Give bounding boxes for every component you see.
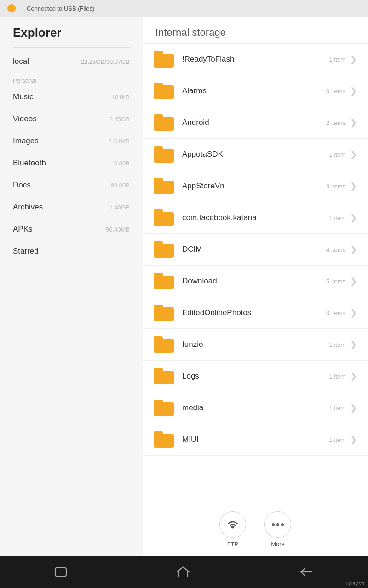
folder-item[interactable]: AppStoreVn 3 items ❯ <box>143 170 368 202</box>
sidebar-item-images[interactable]: Images 1.61MB <box>0 130 143 152</box>
folder-icon <box>154 368 174 384</box>
folder-name: AppotaSDK <box>182 150 329 159</box>
folder-icon <box>154 178 174 194</box>
folder-count: 2 items <box>326 119 345 126</box>
folder-item[interactable]: Android 2 items ❯ <box>143 107 368 139</box>
sidebar: Explorer local 22.25GB/30.07GB Personal … <box>0 17 143 556</box>
usb-icon <box>7 4 16 12</box>
nav-bar: 5giay.vn <box>0 556 368 588</box>
folder-count: 1 item <box>329 405 345 412</box>
folder-icon <box>154 431 174 448</box>
chevron-right-icon: ❯ <box>350 339 357 350</box>
more-label: More <box>271 541 285 548</box>
personal-section-label: Personal <box>0 74 143 86</box>
folder-item[interactable]: AppotaSDK 1 item ❯ <box>143 139 368 170</box>
folder-name: media <box>182 403 329 413</box>
sidebar-item-apks[interactable]: APKs 96.40MB <box>0 218 143 240</box>
folder-item[interactable]: DCIM 4 items ❯ <box>143 234 368 266</box>
chevron-right-icon: ❯ <box>350 213 357 223</box>
sidebar-divider <box>13 47 130 48</box>
chevron-right-icon: ❯ <box>350 86 357 96</box>
folder-name: Download <box>182 277 326 286</box>
folder-name: com.facebook.katana <box>182 213 329 222</box>
folder-count: 1 item <box>329 436 345 443</box>
back-icon <box>299 567 314 577</box>
folder-item[interactable]: Logs 1 item ❯ <box>143 361 368 392</box>
folder-icon <box>154 400 174 416</box>
sidebar-item-docs[interactable]: Docs 89.00B <box>0 174 143 196</box>
folder-name: Android <box>182 118 326 127</box>
folder-count: 1 item <box>329 215 345 221</box>
sidebar-item-starred[interactable]: Starred <box>0 240 143 262</box>
chevron-right-icon: ❯ <box>350 118 357 128</box>
ftp-label: FTP <box>227 541 239 548</box>
chevron-right-icon: ❯ <box>350 149 357 159</box>
sidebar-local-size: 22.25GB/30.07GB <box>81 58 130 65</box>
folder-item[interactable]: MIUI 1 item ❯ <box>143 424 368 456</box>
chevron-right-icon: ❯ <box>350 308 357 318</box>
more-circle <box>264 511 291 538</box>
panel-header: Internal storage <box>143 17 368 44</box>
folder-icon <box>154 305 174 321</box>
dot2 <box>276 523 279 526</box>
chevron-right-icon: ❯ <box>350 54 357 64</box>
folder-item[interactable]: Alarms 0 items ❯ <box>143 75 368 107</box>
chevron-right-icon: ❯ <box>350 403 357 413</box>
sidebar-item-videos[interactable]: Videos 2.45GB <box>0 108 143 130</box>
folder-item[interactable]: EditedOnlinePhotos 0 items ❯ <box>143 297 368 329</box>
home-button[interactable] <box>176 566 190 578</box>
more-button[interactable]: More <box>264 511 291 548</box>
chevron-right-icon: ❯ <box>350 435 357 445</box>
panel-title: Internal storage <box>155 27 226 38</box>
folder-item[interactable]: !ReadyToFlash 1 item ❯ <box>143 44 368 75</box>
more-dots-icon <box>272 523 284 526</box>
folder-count: 0 items <box>326 88 345 95</box>
folder-count: 3 items <box>326 183 345 190</box>
sidebar-title: Explorer <box>0 17 143 45</box>
dot1 <box>272 523 275 526</box>
dot3 <box>281 523 284 526</box>
chevron-right-icon: ❯ <box>350 371 357 381</box>
right-panel: Internal storage !ReadyToFlash 1 item ❯ … <box>143 17 368 556</box>
folder-count: 1 item <box>329 56 345 63</box>
ftp-circle <box>219 511 246 538</box>
folder-icon <box>154 209 174 226</box>
folder-item[interactable]: media 1 item ❯ <box>143 392 368 424</box>
sidebar-local-label: local <box>13 57 29 66</box>
folder-count: 1 item <box>329 373 345 380</box>
folder-count: 4 items <box>326 246 345 253</box>
folder-icon <box>154 336 174 353</box>
back-button[interactable] <box>299 567 314 577</box>
sidebar-item-archives[interactable]: Archives 1.40GB <box>0 196 143 218</box>
folder-name: DCIM <box>182 245 326 254</box>
folder-name: !ReadyToFlash <box>182 55 329 64</box>
folder-name: Alarms <box>182 86 326 96</box>
folder-name: Logs <box>182 372 329 381</box>
folder-count: 1 item <box>329 341 345 348</box>
recents-button[interactable] <box>54 567 67 577</box>
folder-name: funzio <box>182 340 329 349</box>
sidebar-local-row[interactable]: local 22.25GB/30.07GB <box>0 54 143 69</box>
folder-count: 5 items <box>326 278 345 285</box>
folder-name: AppStoreVn <box>182 181 326 191</box>
folder-item[interactable]: com.facebook.katana 1 item ❯ <box>143 202 368 234</box>
recents-icon <box>54 567 67 577</box>
ftp-button[interactable]: FTP <box>219 511 246 548</box>
bottom-actions: FTP More <box>143 503 368 556</box>
folder-icon <box>154 273 174 289</box>
sidebar-item-music[interactable]: Music 181KB <box>0 86 143 108</box>
folder-icon <box>154 241 174 258</box>
svg-rect-0 <box>55 568 66 576</box>
folder-list: !ReadyToFlash 1 item ❯ Alarms 0 items ❯ … <box>143 44 368 503</box>
wifi-icon <box>226 520 239 530</box>
sidebar-item-bluetooth[interactable]: Bluetooth 0.00B <box>0 152 143 174</box>
status-bar-text: Connected to USB (Files) <box>27 5 94 12</box>
folder-item[interactable]: Download 5 items ❯ <box>143 266 368 297</box>
chevron-right-icon: ❯ <box>350 244 357 254</box>
main-area: Explorer local 22.25GB/30.07GB Personal … <box>0 17 368 556</box>
folder-icon <box>154 114 174 131</box>
folder-item[interactable]: funzio 1 item ❯ <box>143 329 368 361</box>
folder-count: 0 items <box>326 310 345 317</box>
status-bar: Connected to USB (Files) <box>0 0 368 17</box>
home-icon <box>176 566 190 578</box>
